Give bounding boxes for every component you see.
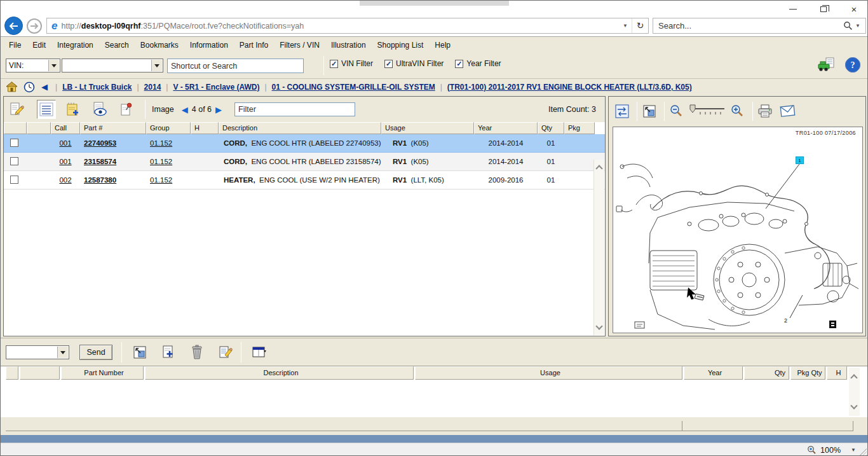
col-header-qty[interactable]: Qty <box>744 366 789 380</box>
menu-file[interactable]: File <box>3 41 27 50</box>
ultravin-filter-checkbox[interactable]: ✓ UltraVIN Filter <box>384 59 444 68</box>
pan-image-button[interactable] <box>613 102 632 121</box>
resize-panel-button[interactable] <box>130 343 149 362</box>
part-number-link[interactable]: 22740953 <box>84 139 116 147</box>
part-number-link[interactable]: 23158574 <box>84 158 116 165</box>
fit-image-button[interactable] <box>640 102 659 121</box>
menu-shopping-list[interactable]: Shopping List <box>372 41 430 50</box>
help-icon[interactable]: ? <box>844 57 861 73</box>
filter-input[interactable] <box>234 102 355 116</box>
col-header-year[interactable]: Year <box>684 366 743 380</box>
col-header-description[interactable]: Description <box>219 122 381 134</box>
row-checkbox[interactable] <box>10 157 18 165</box>
status-zoom-icon[interactable] <box>807 445 817 455</box>
edit-notes-button[interactable] <box>8 100 27 119</box>
minimize-button[interactable] <box>783 3 803 15</box>
vin-filter-checkbox[interactable]: ✓ VIN Filter <box>330 59 373 68</box>
forward-button[interactable] <box>27 18 42 34</box>
menu-edit[interactable]: Edit <box>27 41 51 50</box>
resize-grip[interactable] <box>859 448 867 456</box>
menu-filters-vin[interactable]: Filters / VIN <box>274 41 325 50</box>
home-icon[interactable] <box>6 81 18 92</box>
col-header-blank1[interactable] <box>6 366 18 380</box>
breadcrumb-year[interactable]: 2014 <box>144 83 161 92</box>
menu-part-info[interactable]: Part Info <box>234 41 274 50</box>
menu-search[interactable]: Search <box>99 41 135 50</box>
group-link[interactable]: 01.152 <box>150 158 172 165</box>
col-header-select[interactable] <box>4 122 27 134</box>
address-dropdown-icon[interactable]: ▼ <box>619 23 632 29</box>
email-image-button[interactable] <box>778 102 797 121</box>
group-link[interactable]: 01.152 <box>150 139 172 147</box>
send-button[interactable]: Send <box>79 345 112 360</box>
illustration-image[interactable]: TR01-100 07/17/2006 1 2 <box>613 127 863 333</box>
zoom-in-button[interactable] <box>728 102 747 121</box>
menu-help[interactable]: Help <box>429 41 456 50</box>
edit-item-button[interactable] <box>216 343 235 362</box>
breadcrumb-model[interactable]: V - 5R1 - Enclave (AWD) <box>173 83 259 92</box>
refresh-icon[interactable]: ↻ <box>632 18 648 33</box>
add-item-button[interactable] <box>159 343 178 362</box>
send-target-select[interactable] <box>6 345 69 359</box>
address-bar[interactable]: e http://desktop-l09qrhf:351/PQMace/root… <box>46 18 649 34</box>
scroll-down-icon[interactable] <box>850 402 857 409</box>
year-filter-checkbox[interactable]: ✓ Year Filter <box>455 59 501 68</box>
col-header-blank[interactable] <box>27 122 51 134</box>
scroll-up-icon[interactable] <box>850 374 857 381</box>
menu-integration[interactable]: Integration <box>51 41 99 50</box>
col-header-pkg[interactable]: Pkg <box>564 122 595 134</box>
breadcrumb-section[interactable]: 01 - COOLING SYSTEM-GRILLE-OIL SYSTEM <box>272 83 435 92</box>
search-input[interactable] <box>653 21 843 31</box>
table-row[interactable]: 001 22740953 01.152 CORD, ENG COOL HTR (… <box>4 134 605 153</box>
breadcrumb-illustration[interactable]: (TR01-100) 2011-2017 RV1 ENGINE BLOCK HE… <box>447 83 692 92</box>
scroll-up-icon[interactable] <box>595 165 602 172</box>
search-dropdown-icon[interactable]: ▼ <box>855 23 860 29</box>
col-header-usage[interactable]: Usage <box>381 122 474 134</box>
col-header-group[interactable]: Group <box>146 122 191 134</box>
table-row[interactable]: 002 12587380 01.152 HEATER, ENG COOL (US… <box>4 171 605 190</box>
print-button[interactable] <box>756 102 775 121</box>
col-header-h[interactable]: H <box>191 122 219 134</box>
vin-value-select[interactable] <box>62 59 163 73</box>
breadcrumb-catalog[interactable]: LB - Lt Truck Buick <box>62 83 132 92</box>
restore-button[interactable] <box>814 3 833 15</box>
col-header-h[interactable]: H <box>827 366 847 380</box>
call-link[interactable]: 002 <box>51 176 80 184</box>
delete-item-button[interactable] <box>187 343 207 362</box>
group-link[interactable]: 01.152 <box>150 176 172 184</box>
back-button[interactable] <box>4 17 23 35</box>
col-header-call[interactable]: Call <box>51 122 80 134</box>
call-link[interactable]: 001 <box>51 139 80 147</box>
add-note-button[interactable] <box>64 100 83 119</box>
scroll-down-icon[interactable] <box>595 322 602 329</box>
col-header-pkg-qty[interactable]: Pkg Qty <box>790 366 825 380</box>
vin-type-select[interactable]: VIN: <box>6 59 60 73</box>
part-number-link[interactable]: 12587380 <box>84 176 116 184</box>
col-header-qty[interactable]: Qty <box>538 122 564 134</box>
preview-button[interactable] <box>90 100 109 119</box>
close-button[interactable]: × <box>844 3 864 15</box>
shopping-list-scrollbar[interactable] <box>849 368 860 416</box>
callout-1-highlight[interactable]: 1 <box>796 156 804 164</box>
menu-bookmarks[interactable]: Bookmarks <box>135 41 184 50</box>
col-header-blank2[interactable] <box>20 366 60 380</box>
history-clock-icon[interactable] <box>24 81 35 93</box>
col-header-year[interactable]: Year <box>474 122 538 134</box>
zoom-slider[interactable] <box>688 104 727 119</box>
col-header-part-number[interactable]: Part Number <box>61 366 144 380</box>
row-checkbox[interactable] <box>10 176 18 184</box>
zoom-dropdown-icon[interactable]: ▼ <box>851 447 856 453</box>
previous-image-icon[interactable]: ◀ <box>182 105 188 114</box>
shortcut-search-input[interactable] <box>167 59 304 73</box>
next-image-icon[interactable]: ▶ <box>215 105 222 114</box>
browser-search-box[interactable]: ▼ <box>653 18 866 34</box>
col-header-description[interactable]: Description <box>145 366 414 380</box>
parts-table-scrollbar[interactable] <box>593 160 604 335</box>
row-checkbox[interactable] <box>10 139 18 147</box>
vehicle-info-icon[interactable] <box>818 57 836 73</box>
search-icon[interactable] <box>843 21 853 31</box>
menu-information[interactable]: Information <box>184 41 234 50</box>
call-link[interactable]: 001 <box>51 158 80 165</box>
zoom-out-button[interactable] <box>667 102 686 121</box>
col-header-usage[interactable]: Usage <box>415 366 682 380</box>
